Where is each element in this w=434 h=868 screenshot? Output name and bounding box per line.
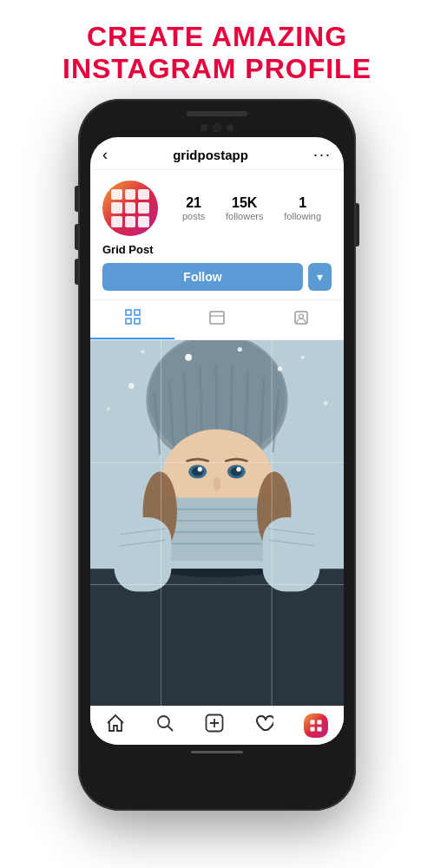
posts-label: posts: [182, 211, 205, 221]
followers-stat[interactable]: 15K followers: [226, 195, 263, 221]
svg-rect-1: [135, 310, 140, 315]
camera-lens: [213, 123, 221, 132]
svg-rect-68: [318, 727, 322, 731]
svg-rect-46: [115, 517, 172, 592]
follow-button[interactable]: Follow: [102, 263, 303, 291]
avatar[interactable]: [102, 181, 158, 236]
svg-rect-2: [126, 319, 131, 324]
stats-row: 21 posts 15K followers 1 following: [172, 195, 332, 221]
svg-point-7: [299, 314, 304, 319]
avatar-cell: [125, 216, 136, 227]
svg-point-54: [128, 383, 135, 389]
camera-area: [90, 123, 344, 132]
avatar-cell: [125, 202, 136, 214]
likes-nav-button[interactable]: [254, 713, 273, 737]
svg-point-17: [323, 400, 327, 404]
avatar-cell: [111, 202, 122, 214]
avatar-cell: [111, 189, 122, 201]
following-count: 1: [299, 195, 306, 211]
tab-reels[interactable]: [174, 300, 259, 339]
svg-rect-47: [263, 517, 320, 592]
portrait-image: [90, 340, 344, 706]
svg-rect-67: [311, 727, 315, 731]
follow-row: Follow ▾: [90, 263, 344, 299]
camera-dot: [227, 124, 233, 131]
follow-dropdown-button[interactable]: ▾: [308, 263, 332, 291]
avatar-grid: [102, 181, 158, 236]
profile-tabs: [90, 299, 344, 340]
bottom-nav: [90, 706, 344, 745]
photo-grid: [90, 340, 344, 706]
screen: ‹ gridpostapp ···: [90, 137, 344, 745]
svg-point-52: [185, 353, 192, 360]
profile-name: Grid Post: [90, 243, 344, 263]
tab-tagged[interactable]: [260, 300, 344, 339]
avatar-cell: [138, 216, 149, 227]
svg-point-36: [198, 467, 202, 471]
home-nav-button[interactable]: [106, 713, 125, 737]
profile-section: 21 posts 15K followers 1 following: [90, 170, 344, 243]
ig-header: ‹ gridpostapp ···: [90, 137, 344, 170]
following-label: following: [284, 211, 321, 221]
tagged-tab-icon: [293, 310, 309, 330]
back-button[interactable]: ‹: [102, 146, 108, 164]
svg-rect-66: [318, 720, 322, 724]
svg-point-55: [278, 366, 282, 371]
tab-grid[interactable]: [90, 300, 174, 339]
svg-point-10: [141, 350, 145, 353]
home-indicator: [90, 748, 344, 757]
headline-line1: CREATE AMAZING: [62, 21, 372, 53]
headline-line2: INSTAGRAM PROFILE: [62, 53, 372, 85]
svg-line-27: [231, 365, 232, 442]
following-stat[interactable]: 1 following: [284, 195, 321, 221]
posts-stat: 21 posts: [182, 195, 205, 221]
followers-label: followers: [226, 211, 263, 221]
camera-sensor: [201, 124, 207, 131]
posts-count: 21: [186, 195, 201, 211]
avatar-cell: [111, 216, 122, 227]
svg-line-61: [168, 726, 173, 731]
profile-username: gridpostapp: [173, 148, 248, 162]
reels-tab-icon: [209, 310, 225, 330]
speaker: [187, 111, 247, 116]
svg-point-14: [107, 407, 110, 411]
svg-point-37: [236, 467, 240, 471]
followers-count: 15K: [232, 195, 257, 211]
svg-point-53: [238, 346, 242, 351]
search-nav-button[interactable]: [155, 713, 174, 737]
svg-rect-0: [126, 310, 131, 315]
svg-rect-65: [311, 720, 315, 724]
svg-rect-4: [210, 312, 224, 324]
grid-tab-icon: [125, 309, 141, 329]
phone-shell: ‹ gridpostapp ···: [78, 99, 356, 811]
add-nav-button[interactable]: [205, 713, 224, 737]
home-bar: [191, 751, 243, 753]
headline: CREATE AMAZING INSTAGRAM PROFILE: [45, 0, 389, 99]
avatar-cell: [125, 189, 136, 201]
svg-point-12: [301, 355, 305, 358]
avatar-cell: [138, 189, 149, 201]
more-options-button[interactable]: ···: [313, 146, 332, 164]
avatar-cell: [138, 202, 149, 214]
profile-nav-button[interactable]: [304, 713, 328, 738]
svg-rect-3: [135, 319, 140, 324]
